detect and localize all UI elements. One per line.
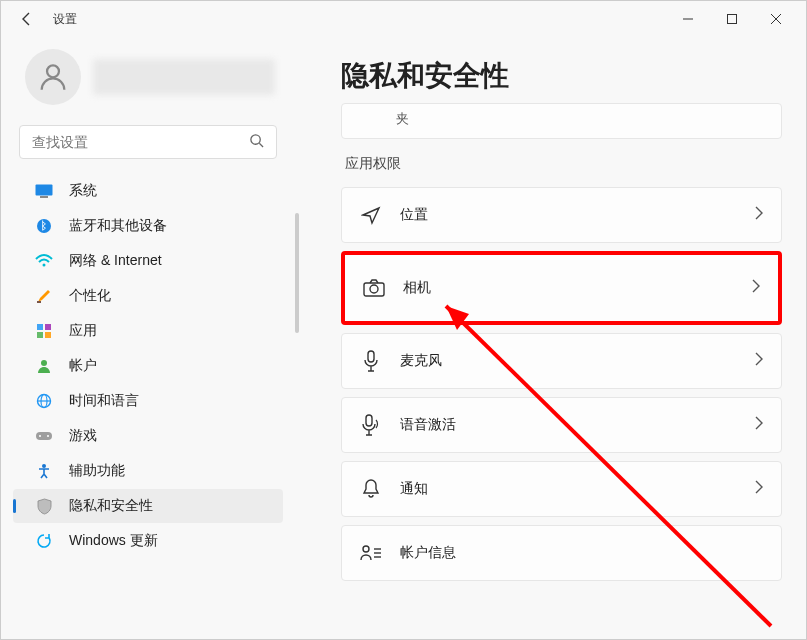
titlebar: 设置 [1, 1, 806, 37]
sidebar-item-personalization[interactable]: 个性化 [13, 279, 283, 313]
maximize-button[interactable] [710, 4, 754, 34]
svg-point-22 [47, 435, 49, 437]
scrollbar-indicator[interactable] [295, 213, 299, 333]
sidebar-item-apps[interactable]: 应用 [13, 314, 283, 348]
section-label: 应用权限 [345, 155, 782, 173]
card-account-info[interactable]: 帐户信息 [341, 525, 782, 581]
svg-rect-20 [36, 432, 52, 440]
chevron-right-icon [755, 480, 763, 498]
svg-point-5 [251, 134, 260, 143]
sidebar-item-gaming[interactable]: 游戏 [13, 419, 283, 453]
svg-point-4 [47, 65, 59, 77]
sidebar-item-accounts[interactable]: 帐户 [13, 349, 283, 383]
card-label: 位置 [400, 206, 737, 224]
card-location[interactable]: 位置 [341, 187, 782, 243]
avatar [25, 49, 81, 105]
svg-rect-14 [37, 332, 43, 338]
update-icon [35, 532, 53, 550]
window-controls [666, 4, 798, 34]
svg-rect-8 [40, 196, 48, 198]
svg-line-6 [259, 143, 263, 147]
bell-icon [360, 478, 382, 500]
svg-rect-7 [36, 185, 53, 196]
chevron-right-icon [755, 206, 763, 224]
card-microphone[interactable]: 麦克风 [341, 333, 782, 389]
svg-rect-26 [368, 351, 374, 362]
sidebar-item-label: 游戏 [69, 427, 97, 445]
svg-rect-27 [366, 415, 372, 426]
card-voice-activation[interactable]: 语音激活 [341, 397, 782, 453]
partial-text: 夹 [396, 111, 409, 126]
window-title: 设置 [53, 11, 77, 28]
main-pane: 隐私和安全性 夹 应用权限 位置 相机 麦克风 [301, 37, 806, 639]
sidebar-item-update[interactable]: Windows 更新 [13, 524, 283, 558]
sidebar-item-label: 帐户 [69, 357, 97, 375]
microphone-icon [360, 350, 382, 372]
brush-icon [35, 287, 53, 305]
voice-icon [360, 414, 382, 436]
card-camera[interactable]: 相机 [341, 251, 782, 325]
sidebar-item-label: 时间和语言 [69, 392, 139, 410]
sidebar-item-label: 应用 [69, 322, 97, 340]
sidebar-item-label: 个性化 [69, 287, 111, 305]
bluetooth-icon [35, 217, 53, 235]
sidebar-item-label: Windows 更新 [69, 532, 158, 550]
sidebar-item-label: 网络 & Internet [69, 252, 162, 270]
back-button[interactable] [13, 5, 41, 33]
svg-point-23 [42, 464, 46, 468]
location-icon [360, 204, 382, 226]
gamepad-icon [35, 427, 53, 445]
sidebar-item-label: 辅助功能 [69, 462, 125, 480]
shield-icon [35, 497, 53, 515]
svg-rect-15 [45, 332, 51, 338]
close-button[interactable] [754, 4, 798, 34]
search-icon [249, 133, 264, 152]
search-input[interactable] [32, 134, 249, 150]
accessibility-icon [35, 462, 53, 480]
svg-rect-11 [37, 301, 41, 303]
card-label: 相机 [403, 279, 734, 297]
sidebar-item-label: 隐私和安全性 [69, 497, 153, 515]
sidebar-item-accessibility[interactable]: 辅助功能 [13, 454, 283, 488]
card-label: 语音激活 [400, 416, 737, 434]
sidebar-item-label: 系统 [69, 182, 97, 200]
svg-rect-12 [37, 324, 43, 330]
svg-rect-13 [45, 324, 51, 330]
svg-point-16 [41, 360, 47, 366]
apps-icon [35, 322, 53, 340]
page-title: 隐私和安全性 [341, 57, 782, 95]
settings-window: 设置 [0, 0, 807, 640]
camera-icon [363, 277, 385, 299]
sidebar-item-bluetooth[interactable]: 蓝牙和其他设备 [13, 209, 283, 243]
system-icon [35, 182, 53, 200]
sidebar-item-network[interactable]: 网络 & Internet [13, 244, 283, 278]
account-info-icon [360, 542, 382, 564]
card-label: 通知 [400, 480, 737, 498]
search-box[interactable] [19, 125, 277, 159]
sidebar: 系统 蓝牙和其他设备 网络 & Internet 个性化 应用 [1, 37, 301, 639]
content: 系统 蓝牙和其他设备 网络 & Internet 个性化 应用 [1, 37, 806, 639]
svg-point-28 [363, 546, 369, 552]
svg-point-25 [370, 285, 378, 293]
chevron-right-icon [752, 279, 760, 297]
nav-list: 系统 蓝牙和其他设备 网络 & Internet 个性化 应用 [1, 169, 295, 558]
svg-point-10 [43, 264, 46, 267]
wifi-icon [35, 252, 53, 270]
minimize-button[interactable] [666, 4, 710, 34]
svg-point-9 [37, 219, 51, 233]
sidebar-item-system[interactable]: 系统 [13, 174, 283, 208]
globe-icon [35, 392, 53, 410]
card-label: 帐户信息 [400, 544, 763, 562]
chevron-right-icon [755, 352, 763, 370]
svg-rect-1 [728, 15, 737, 24]
chevron-right-icon [755, 416, 763, 434]
sidebar-item-privacy[interactable]: 隐私和安全性 [13, 489, 283, 523]
account-header[interactable] [1, 37, 295, 113]
partial-card[interactable]: 夹 [341, 103, 782, 139]
sidebar-item-time-language[interactable]: 时间和语言 [13, 384, 283, 418]
sidebar-item-label: 蓝牙和其他设备 [69, 217, 167, 235]
svg-point-21 [39, 435, 41, 437]
person-icon [35, 357, 53, 375]
account-name-blurred [93, 59, 275, 95]
card-notifications[interactable]: 通知 [341, 461, 782, 517]
